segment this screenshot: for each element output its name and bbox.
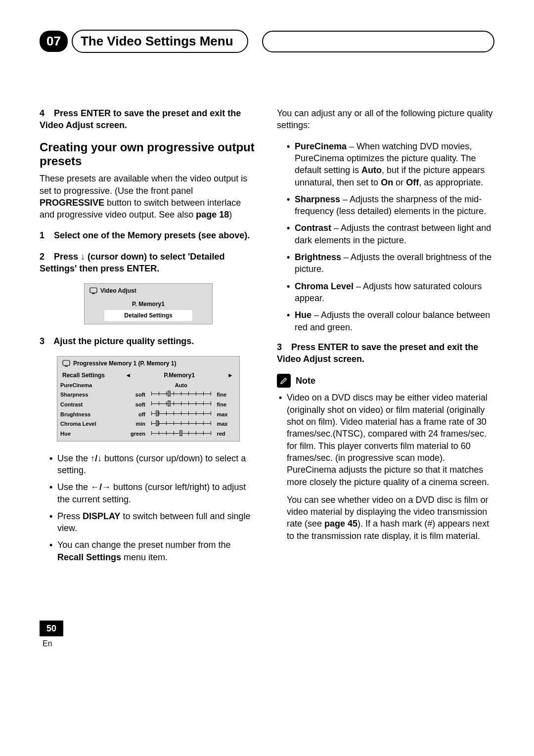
intro-paragraph: These presets are available when the vid… <box>40 173 257 221</box>
bullet-cursor-updown: Use the ↑/↓ buttons (cursor up/down) to … <box>49 452 257 477</box>
osd2-row: Brughtnessoffmax <box>57 409 239 419</box>
setting-brightness: Brightness – Adjusts the overall brightn… <box>287 251 494 275</box>
osd2-row: Huegreenred <box>57 429 239 439</box>
step-1-text: Select one of the Memory presets (see ab… <box>54 230 250 240</box>
setting-hue: Hue – Adjusts the overall colour balance… <box>287 309 494 333</box>
step-3-right-text: Press ENTER to save the preset and exit … <box>277 342 478 364</box>
step-4: 4 Press ENTER to save the preset and exi… <box>40 107 257 132</box>
right-intro: You can adjust any or all of the followi… <box>277 107 494 132</box>
setting-chroma: Chroma Level – Adjusts how saturated col… <box>287 280 494 305</box>
note-label: Note <box>296 375 315 387</box>
chapter-title: The Video Settings Menu <box>72 30 248 53</box>
bullet-recall: You can change the preset number from th… <box>49 539 257 563</box>
step-4-text: Press ENTER to save the preset and exit … <box>40 108 241 130</box>
svg-rect-0 <box>90 288 97 293</box>
osd-title: Video Adjust <box>85 284 212 298</box>
pencil-icon <box>277 374 291 388</box>
osd2-recall-row: Recall Settings ◄ P.Memory1 ► <box>57 370 239 380</box>
step-4-number: 4 <box>40 107 51 119</box>
svg-rect-1 <box>92 293 95 294</box>
svg-rect-2 <box>63 360 70 365</box>
setting-contrast: Contrast – Adjusts the contrast between … <box>287 222 494 246</box>
step-1: 1 Select one of the Memory presets (see … <box>40 229 257 241</box>
monitor-icon <box>62 360 70 367</box>
section-heading: Creating your own progressive output pre… <box>40 140 257 169</box>
page-footer: 50 En <box>40 621 494 649</box>
chapter-number-badge: 07 <box>40 31 68 52</box>
osd-memory-row: P. Memory1 <box>85 298 212 310</box>
osd-video-adjust: Video Adjust P. Memory1 Detailed Setting… <box>84 283 213 324</box>
monitor-icon <box>89 287 97 294</box>
arrow-right-icon: ► <box>226 371 234 379</box>
right-column: You can adjust any or all of the followi… <box>277 107 494 571</box>
step-1-number: 1 <box>40 229 51 241</box>
arrow-left-icon: ◄ <box>124 371 132 379</box>
osd2-row: Chroma Levelminmax <box>57 419 239 429</box>
language-label: En <box>43 638 494 649</box>
osd-detailed-row: Detailed Settings <box>104 310 192 321</box>
svg-rect-3 <box>65 366 68 367</box>
header-capsule-right <box>262 31 494 52</box>
step-3-right: 3 Press ENTER to save the preset and exi… <box>277 341 494 365</box>
step-2-text: Press ↓ (cursor down) to select 'Detaile… <box>40 252 224 273</box>
setting-sharpness: Sharpness – Adjusts the sharpness of the… <box>287 193 494 218</box>
step-2: 2 Press ↓ (cursor down) to select 'Detai… <box>40 251 257 275</box>
left-column: 4 Press ENTER to save the preset and exi… <box>40 107 257 571</box>
settings-list: PureCinema – When watching DVD movies, P… <box>277 140 494 333</box>
note-bullets: Video on a DVD discs may be either video… <box>277 392 494 542</box>
setting-purecinema: PureCinema – When watching DVD movies, P… <box>287 140 494 188</box>
step-3-left: 3 Ajust the picture quality settings. <box>40 335 257 347</box>
note-paragraph-1: Video on a DVD discs may be either video… <box>277 392 494 542</box>
osd2-row: Contrastsoftfine <box>57 400 239 409</box>
step-3-text: Ajust the picture quality settings. <box>53 336 194 346</box>
osd2-title: Progressive Memory 1 (P. Memory 1) <box>57 356 239 370</box>
step-3-right-number: 3 <box>277 341 289 353</box>
note-header: Note <box>277 374 494 388</box>
chapter-header: 07 The Video Settings Menu <box>40 30 494 53</box>
step-2-number: 2 <box>40 251 51 263</box>
bullet-cursor-leftright: Use the ←/→ buttons (cursor left/right) … <box>49 481 257 505</box>
osd2-row: Sharpnesssoftfine <box>57 390 239 400</box>
osd2-row: PureCinemaAuto <box>57 381 239 390</box>
osd-progressive-memory: Progressive Memory 1 (P. Memory 1) Recal… <box>57 356 240 441</box>
bullet-display: Press DISPLAY to switch between full and… <box>49 510 257 534</box>
step-3-number: 3 <box>40 335 51 347</box>
osd2-settings-table: PureCinemaAutoSharpnesssoftfineContrasts… <box>57 381 239 439</box>
instruction-bullets: Use the ↑/↓ buttons (cursor up/down) to … <box>40 452 257 563</box>
page-number: 50 <box>40 621 63 636</box>
